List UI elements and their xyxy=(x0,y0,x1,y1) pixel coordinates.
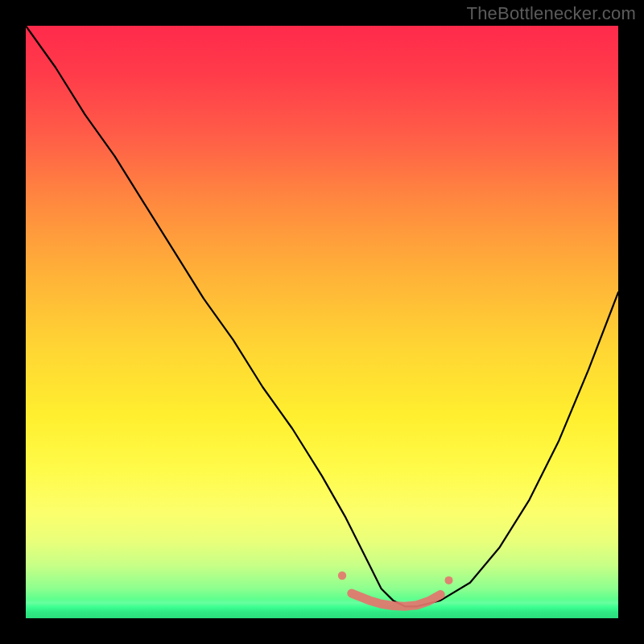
optimal-range-dot-start xyxy=(338,572,346,580)
chart-overlay xyxy=(26,26,618,618)
chart-canvas: TheBottlenecker.com xyxy=(0,0,644,644)
plot-area xyxy=(26,26,618,618)
optimal-range-stroke xyxy=(352,593,440,606)
bottleneck-curve-path xyxy=(26,26,618,606)
optimal-range-dot-end xyxy=(445,576,453,584)
watermark-text: TheBottlenecker.com xyxy=(467,3,636,24)
